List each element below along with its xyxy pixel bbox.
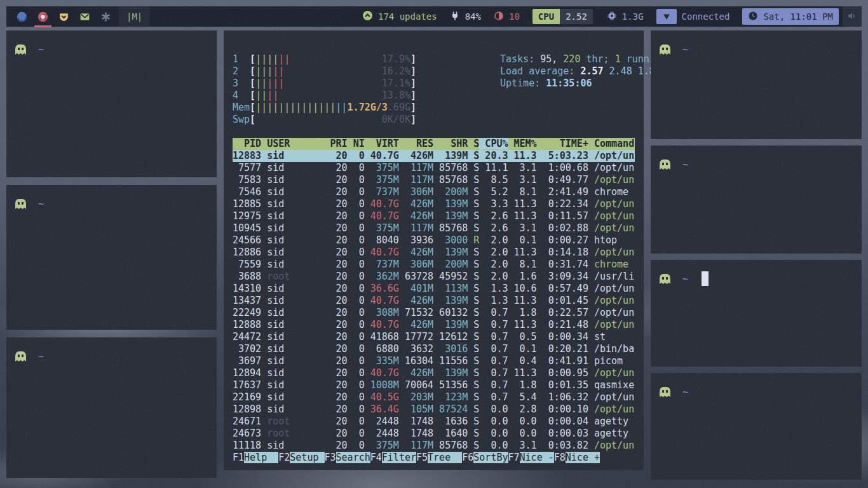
process-row[interactable]: 12894 sid 20 0 40.7G 426M 139M S 0.7 11.… (233, 367, 635, 379)
network-module[interactable]: Connected (656, 9, 730, 24)
system-info: Tasks: 95, 220 thr; 1 runningLoad averag… (500, 53, 667, 90)
process-row[interactable]: 17637 sid 20 0 1008M 70064 51356 S 0.7 1… (233, 379, 635, 391)
fkey-f1[interactable]: F1Help (233, 452, 278, 463)
process-row[interactable]: 24472 sid 20 0 41868 17772 12612 S 0.7 0… (233, 331, 635, 343)
active-indicator (34, 25, 51, 27)
top-bar: |M| 174 updates 84% 10 CPU 2.52 1.3G (6, 6, 862, 27)
process-row[interactable]: 3697 sid 20 0 335M 16304 11556 S 0.7 0.4… (233, 355, 635, 367)
fkey-f6[interactable]: F6SortBy (462, 452, 508, 463)
ram-chip-icon (607, 11, 617, 23)
cpu-meter-4: 4 [||||13.8%] (233, 90, 635, 102)
mail-icon[interactable] (79, 11, 90, 22)
process-row[interactable]: 11118 sid 20 0 375M 117M 85768 S 0.0 3.1… (233, 440, 635, 452)
desktop: |M| 174 updates 84% 10 CPU 2.52 1.3G (0, 0, 868, 488)
process-row[interactable]: 12885 sid 20 0 40.7G 426M 139M S 3.3 11.… (233, 198, 635, 210)
clock-module[interactable]: Sat, 11:01 PM (742, 8, 839, 25)
ghost-prompt-icon (15, 351, 26, 362)
ghost-prompt-icon (660, 159, 670, 170)
power-plug-icon (450, 11, 460, 23)
process-row[interactable]: 3702 sid 20 0 6880 3632 3016 S 0.7 0.1 0… (233, 343, 635, 355)
terminal-window-left-2[interactable]: ~ (6, 185, 217, 330)
ghost-prompt-icon (660, 274, 670, 284)
terminal-window-right-4[interactable]: ~ (651, 373, 862, 480)
battery-module: 84% (450, 11, 481, 23)
memory-usage: 1.3G (622, 11, 644, 22)
battery-percent: 84% (465, 11, 481, 22)
process-table: PID USER PRI NI VIRT RES SHR S CPU% MEM%… (233, 138, 635, 452)
process-row[interactable]: 7583 sid 20 0 375M 117M 85768 S 8.5 3.1 … (233, 174, 635, 186)
process-row[interactable]: 14310 sid 20 0 36.6G 401M 113M S 1.3 10.… (233, 283, 635, 295)
speaker-icon (847, 11, 857, 23)
shell-prompt: ~ (682, 44, 688, 55)
shell-prompt: ~ (682, 273, 688, 285)
process-row[interactable]: 7559 sid 20 0 737M 306M 200M S 2.0 8.1 0… (233, 259, 635, 271)
fkey-f7[interactable]: F7Nice - (508, 452, 554, 463)
process-row[interactable]: 10945 sid 20 0 375M 117M 85768 S 2.6 3.1… (233, 222, 635, 234)
contrast-module: 10 (494, 11, 520, 23)
ghost-prompt-icon (15, 199, 26, 209)
terminal-window-left-1[interactable]: ~ (6, 30, 217, 177)
process-row[interactable]: 24566 sid 20 0 8040 3936 3000 R 2.0 0.1 … (233, 234, 635, 247)
process-row[interactable]: 24671 root 20 0 2448 1748 1636 S 0.0 0.0… (233, 416, 635, 428)
shell-prompt: ~ (38, 198, 44, 210)
process-row[interactable]: 12888 sid 20 0 40.7G 426M 139M S 0.7 11.… (233, 319, 635, 331)
updates-count: 174 updates (378, 11, 437, 22)
process-row[interactable]: 24673 root 20 0 2448 1748 1640 S 0.0 0.0… (233, 428, 635, 440)
process-row[interactable]: 12898 sid 20 0 36.4G 105M 87524 S 0.0 2.… (233, 403, 635, 416)
table-header[interactable]: PID USER PRI NI VIRT RES SHR S CPU% MEM%… (233, 138, 635, 150)
fkey-f8[interactable]: F8Nice + (554, 452, 600, 463)
shell-prompt: ~ (682, 386, 688, 398)
process-row[interactable]: 7546 sid 20 0 737M 306M 200M S 5.2 8.1 2… (233, 186, 635, 198)
swap-meter: Swp[0K/0K] (233, 114, 635, 126)
fkey-f5[interactable]: F5Tree (416, 452, 462, 463)
shell-prompt: ~ (38, 351, 44, 362)
shell-prompt: ~ (38, 44, 44, 55)
clock-text: Sat, 11:01 PM (763, 11, 833, 22)
memory-meter: Mem[||||||||||||||||1.72G/3.69G] (233, 102, 635, 114)
cpu-module: CPU 2.52 (532, 9, 593, 24)
cpu-load-value: 2.52 (560, 9, 593, 24)
process-row[interactable]: 13437 sid 20 0 40.7G 426M 139M S 1.3 11.… (233, 295, 635, 307)
fkey-f3[interactable]: F3Search (325, 452, 370, 463)
ghost-prompt-icon (660, 387, 670, 397)
uptime-line: Uptime: 11:35:06 (500, 78, 667, 90)
updates-icon (362, 10, 373, 23)
cpu-label: CPU (532, 9, 560, 24)
updates-module[interactable]: 174 updates (362, 10, 437, 23)
ghost-prompt-icon (15, 44, 26, 55)
alerts-count: 10 (509, 11, 520, 22)
chromium-icon[interactable] (37, 11, 48, 22)
asterisk-icon[interactable] (100, 11, 111, 22)
contrast-icon (494, 11, 504, 23)
process-row[interactable]: 7577 sid 20 0 375M 117M 85768 S 11.1 3.1… (233, 162, 635, 174)
load-average-line: Load average: 2.57 2.48 1.80 (500, 65, 667, 78)
ghost-prompt-icon (660, 44, 670, 55)
wifi-icon (656, 9, 677, 24)
process-row[interactable]: 3688 root 20 0 362M 63728 45952 S 2.0 1.… (233, 271, 635, 283)
shell-prompt: ~ (682, 159, 688, 170)
tasks-line: Tasks: 95, 220 thr; 1 running (500, 53, 667, 65)
process-row-selected[interactable]: 12883 sid 20 0 40.7G 426M 139M S 20.3 11… (233, 150, 635, 162)
terminal-window-right-1[interactable]: ~ (651, 30, 862, 139)
process-row[interactable]: 12975 sid 20 0 40.7G 426M 139M S 2.6 11.… (233, 210, 635, 222)
pocket-icon[interactable] (58, 11, 69, 22)
firefox-icon[interactable] (17, 11, 27, 22)
layout-indicator[interactable]: |M| (119, 6, 150, 27)
terminal-window-right-3-focused[interactable]: ~ (651, 260, 862, 367)
memory-module: 1.3G (607, 11, 644, 23)
clock-icon (748, 11, 758, 23)
terminal-window-left-3[interactable]: ~ (6, 337, 217, 478)
fkey-f4[interactable]: F4Filter (370, 452, 416, 463)
terminal-cursor (702, 271, 709, 286)
htop-header-area: 1 [||||||17.9%]2 [|||||16.2%]3 [|||||17.… (233, 53, 635, 126)
htop-window[interactable]: 1 [||||||17.9%]2 [|||||16.2%]3 [|||||17.… (224, 30, 644, 470)
volume-tray[interactable] (843, 6, 862, 27)
function-key-bar: F1Help F2Setup F3SearchF4FilterF5Tree F6… (233, 452, 635, 464)
process-row[interactable]: 22249 sid 20 0 308M 71532 60132 S 0.7 1.… (233, 307, 635, 319)
process-row[interactable]: 12886 sid 20 0 40.7G 426M 139M S 2.0 11.… (233, 247, 635, 259)
process-row[interactable]: 22169 sid 20 0 40.5G 203M 123M S 0.7 5.4… (233, 391, 635, 403)
network-status: Connected (682, 11, 730, 22)
fkey-f2[interactable]: F2Setup (278, 452, 324, 463)
terminal-window-right-2[interactable]: ~ (651, 146, 862, 254)
